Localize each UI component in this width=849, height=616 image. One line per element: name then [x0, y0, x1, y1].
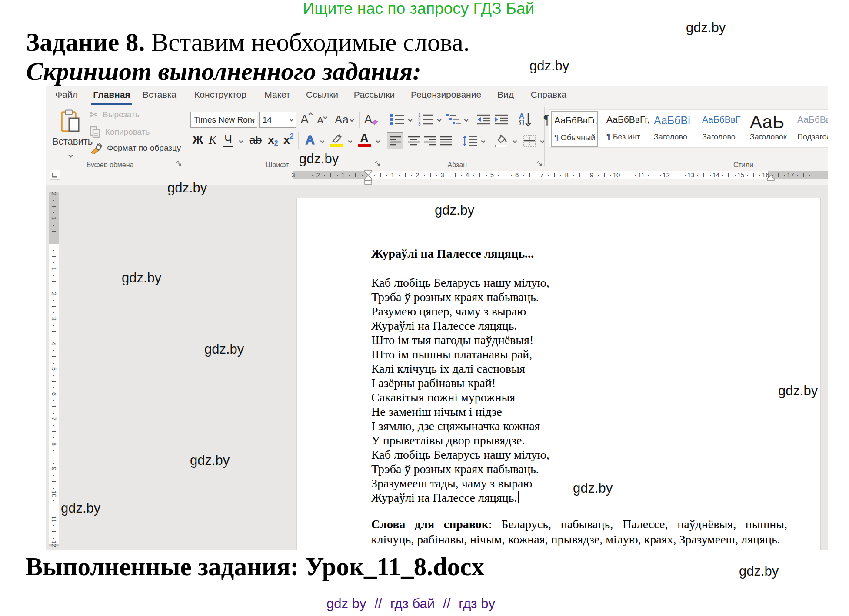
ruler-tick [753, 173, 754, 177]
text-effects-chevron[interactable] [318, 134, 326, 147]
numbering-chevron-icon [437, 117, 441, 122]
style-card[interactable]: АаБбВвГЗаголово... [699, 111, 746, 147]
gdz-watermark: gdz.by [122, 270, 161, 286]
tab-конструктор[interactable]: Конструктор [194, 89, 246, 100]
paste-button[interactable]: Вставить [52, 109, 89, 172]
ruler-number: 11 [638, 171, 645, 179]
bullets-chevron[interactable] [406, 113, 414, 126]
tab-file[interactable]: Файл [55, 89, 78, 100]
align-right-button[interactable] [422, 132, 438, 149]
text-effects-button[interactable]: А [301, 131, 319, 149]
tab-вставка[interactable]: Вставка [143, 89, 176, 100]
numbering-icon: 1 2 3 [418, 113, 433, 126]
ruler-number: 2 [50, 192, 58, 195]
clear-formatting-button[interactable]: А [363, 111, 380, 128]
right-indent-icon[interactable] [767, 175, 775, 181]
grow-font-letter: А [300, 113, 309, 126]
change-case-button[interactable]: Аа [334, 111, 354, 128]
tab-главная[interactable]: Главная [93, 89, 130, 100]
shrink-font-button[interactable]: А [316, 113, 328, 128]
ruler-number: 12 [663, 171, 670, 179]
decrease-indent-button[interactable] [476, 111, 492, 128]
font-size-combo[interactable]: 14 [259, 112, 296, 128]
shading-chevron[interactable] [511, 135, 518, 147]
bullets-button[interactable] [388, 111, 406, 128]
copy-button[interactable]: Копировать [90, 126, 150, 138]
highlight-chevron[interactable] [346, 134, 354, 147]
footer-link[interactable]: гдз бай [390, 596, 435, 612]
ruler-tick [449, 175, 449, 176]
footer-link[interactable]: гдз by [459, 596, 495, 612]
ruler-number: 5 [490, 171, 494, 179]
font-color-chevron[interactable] [374, 134, 382, 147]
style-card[interactable]: АаБбВвГг,¶ Без инт... [604, 111, 651, 147]
cut-button[interactable]: ✂ Вырезать [90, 109, 140, 120]
align-center-button[interactable] [406, 132, 422, 149]
vertical-ruler[interactable]: 21123456789101112 [49, 192, 59, 546]
numbering-chevron[interactable] [435, 113, 443, 126]
italic-button[interactable]: К [207, 131, 218, 149]
bold-button[interactable]: Ж [191, 131, 204, 149]
sort-button[interactable]: А Я [516, 110, 535, 129]
cut-label: Вырезать [103, 110, 140, 119]
superscript-button[interactable]: x 2 [282, 131, 296, 149]
style-card[interactable]: АаБбВвГг,¶ Обычный [551, 111, 598, 147]
document-page[interactable]: Жураўлі на Палессе ляцяць... Каб любіць … [296, 198, 821, 550]
ruler-number: 3 [50, 317, 58, 321]
underline-button[interactable]: Ч [222, 131, 234, 149]
poem-line: І зямлю, дзе сцяжыначка кожная [371, 419, 549, 433]
shading-button[interactable] [492, 131, 510, 151]
ruler-tick [324, 175, 325, 176]
format-painter-button[interactable]: Формат по образцу [90, 142, 181, 154]
style-card[interactable]: АаБбВвПодзагол [795, 111, 828, 147]
footer-link[interactable]: gdz by [326, 596, 366, 612]
ribbon-tab-row: ФайлГлавнаяВставкаКонструкторМакетСсылки… [46, 86, 828, 105]
align-left-button[interactable] [387, 132, 403, 149]
highlight-button[interactable] [328, 130, 345, 150]
increase-indent-button[interactable] [493, 111, 509, 128]
ruler-tick [52, 356, 56, 357]
multilevel-chevron[interactable] [462, 113, 470, 126]
ruler-number: 5 [50, 367, 58, 371]
justify-icon [440, 136, 452, 146]
ruler-tick [424, 175, 425, 176]
poem-line: Жураўлі на Палессе ляцяць. [371, 318, 549, 333]
poem-line: Жураўлі на Палессе ляцяць. [371, 490, 549, 505]
underline-chevron[interactable] [236, 134, 245, 147]
strikethrough-button[interactable]: ab [247, 131, 264, 149]
tab-ссылки[interactable]: Ссылки [306, 89, 338, 100]
justify-button[interactable] [438, 132, 454, 149]
ruler-number: 7 [540, 171, 543, 179]
ruler-tick [511, 175, 512, 176]
line-spacing-button[interactable] [460, 132, 479, 149]
style-sample-text: АаБбВі [654, 114, 690, 127]
borders-chevron-icon [540, 139, 544, 143]
paragraph-dialog-launcher[interactable] [537, 161, 543, 167]
tab-selector-box[interactable] [50, 170, 60, 180]
tab-вид[interactable]: Вид [497, 89, 514, 100]
line-spacing-chevron[interactable] [479, 135, 486, 147]
horizontal-ruler[interactable]: 3211234567891011121314151617 [293, 171, 828, 179]
multilevel-list-button[interactable] [444, 111, 463, 128]
tab-справка[interactable]: Справка [531, 89, 566, 100]
references-line2: клічуць, рабінавы, нічым, кожная, прывяд… [371, 532, 787, 547]
numbering-button[interactable]: 1 2 3 [416, 111, 435, 128]
style-card[interactable]: АаБбВіЗаголово... [651, 111, 698, 147]
ruler-number: 9 [50, 467, 58, 470]
poem-line: Што ім пышны платанавы рай, [371, 347, 549, 361]
tab-рассылки[interactable]: Рассылки [354, 89, 395, 100]
tab-макет[interactable]: Макет [264, 89, 290, 100]
borders-chevron[interactable] [539, 135, 546, 147]
indent-markers-icon[interactable] [364, 170, 372, 185]
borders-button[interactable] [521, 132, 538, 150]
font-dialog-launcher[interactable] [375, 161, 381, 167]
ruler-number: 13 [687, 171, 695, 179]
grow-font-button[interactable]: А [299, 111, 313, 128]
clipboard-dialog-launcher[interactable] [176, 161, 182, 167]
subscript-button[interactable]: x 2 [266, 131, 280, 149]
font-family-combo[interactable]: Times New Rom [190, 112, 257, 128]
tab-рецензирование[interactable]: Рецензирование [411, 89, 481, 100]
copy-label: Копировать [105, 127, 150, 137]
font-color-button[interactable]: А [356, 130, 373, 150]
style-card[interactable]: АаЬЗаголовок [747, 111, 794, 147]
